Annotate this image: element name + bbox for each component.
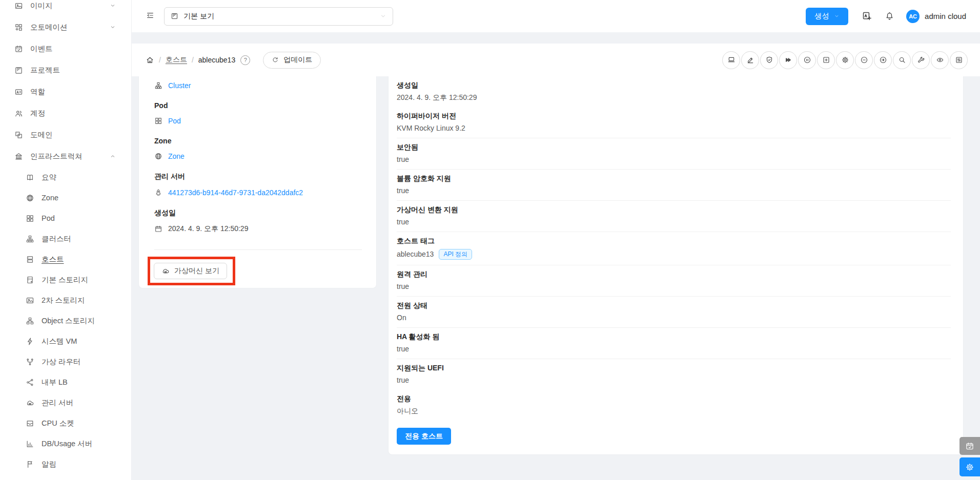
sidebar-item-virtual-router[interactable]: 가상 라우터 <box>0 351 131 372</box>
overview-value: 2024. 4. 9. 오후 12:50:29 <box>168 224 248 234</box>
tree-icon <box>26 317 34 325</box>
help-icon[interactable]: ? <box>240 55 250 65</box>
action-plus-square-button[interactable] <box>817 51 835 69</box>
sidebar-menu: 이미지오토메이션이벤트프로젝트역할계정도메인인프라스트럭쳐요약ZonePod클러… <box>0 0 131 474</box>
sidebar-item-label: 관리 서버 <box>42 398 123 408</box>
view-vms-button[interactable]: 가상머신 보기 <box>154 263 227 279</box>
overview-link[interactable]: Zone <box>168 152 185 160</box>
detail-label: 원격 관리 <box>397 270 951 279</box>
sidebar-item-label: 오토메이션 <box>30 23 110 32</box>
breadcrumb-link-hosts[interactable]: 호스트 <box>166 55 187 65</box>
detail-row: 전원 상태On <box>397 297 951 328</box>
action-sliders-button[interactable] <box>950 51 968 69</box>
search-icon <box>898 56 906 64</box>
sidebar-collapse-button[interactable] <box>145 11 155 22</box>
action-gear-button[interactable] <box>836 51 854 69</box>
sidebar-item-zone[interactable]: Zone <box>0 187 131 208</box>
sidebar-item-alerts[interactable]: 알림 <box>0 454 131 474</box>
annotation-highlight: 가상머신 보기 <box>148 257 235 285</box>
dedicate-host-button[interactable]: 전용 호스트 <box>397 428 451 445</box>
sidebar-item-infrastructure[interactable]: 인프라스트럭쳐 <box>0 145 131 167</box>
detail-value: On <box>397 314 406 322</box>
bolt-icon <box>26 337 34 346</box>
sidebar-item-management-server[interactable]: 관리 서버 <box>0 392 131 413</box>
overview-sections: ClusterPodPodZoneZone관리 서버441273d6-b914-… <box>154 80 362 234</box>
sidebar-item-label: 이벤트 <box>30 44 123 54</box>
home-icon[interactable] <box>146 56 154 65</box>
overview-row: 2024. 4. 9. 오후 12:50:29 <box>154 224 362 234</box>
action-eye-button[interactable] <box>931 51 949 69</box>
sidebar-item-internal-lb[interactable]: 내부 LB <box>0 372 131 392</box>
pause-circle-icon <box>803 56 811 64</box>
sidebar-item-summary[interactable]: 요약 <box>0 167 131 187</box>
events-float-button[interactable] <box>959 437 980 455</box>
notifications-button[interactable] <box>885 11 894 21</box>
view-select[interactable]: 기본 보기 <box>164 7 393 26</box>
overview-link[interactable]: Pod <box>168 117 181 125</box>
sidebar-item-label: 시스템 VM <box>42 337 123 346</box>
detail-value: 2024. 4. 9. 오후 12:50:29 <box>397 93 477 101</box>
sidebar-item-images[interactable]: 이미지 <box>0 0 131 16</box>
sidebar-item-domains[interactable]: 도메인 <box>0 124 131 145</box>
update-button[interactable]: 업데이트 <box>263 52 321 69</box>
update-button-label: 업데이트 <box>283 55 312 65</box>
sidebar-item-system-vm[interactable]: 시스템 VM <box>0 331 131 351</box>
detail-value: KVM Rocky Linux 9.2 <box>397 124 465 132</box>
menu-fold-icon <box>146 11 154 19</box>
topbar: 기본 보기 생성 AC admin cloud <box>132 0 980 32</box>
breadcrumb: / 호스트 / ablecube13 ? 업데이트 <box>146 52 321 69</box>
sidebar-item-roles[interactable]: 역할 <box>0 81 131 102</box>
sliders-icon <box>955 56 963 64</box>
translate-icon <box>862 11 872 22</box>
sidebar-item-cpu-socket[interactable]: CPU 소켓 <box>0 413 131 433</box>
overview-link[interactable]: 441273d6-b914-46d7-9731-da2042ddafc2 <box>168 189 303 197</box>
create-button[interactable]: 생성 <box>806 8 848 25</box>
breadcrumb-current: ablecube13 <box>198 56 235 64</box>
detail-value: true <box>397 155 409 163</box>
action-forward-button[interactable] <box>779 51 797 69</box>
avatar[interactable]: AC <box>906 10 920 23</box>
sidebar-item-events[interactable]: 이벤트 <box>0 38 131 59</box>
cloud-server-icon <box>161 267 170 275</box>
flag-icon <box>26 460 34 469</box>
arrow-circle-icon <box>879 56 887 64</box>
detail-row: 지원되는 UEFItrue <box>397 359 951 390</box>
action-shield-check-button[interactable] <box>760 51 778 69</box>
action-minus-circle-button[interactable] <box>855 51 873 69</box>
sidebar-item-object-storage[interactable]: Object 스토리지 <box>0 310 131 331</box>
overview-link[interactable]: Cluster <box>168 81 191 90</box>
sidebar-item-pod[interactable]: Pod <box>0 208 131 228</box>
sidebar-item-projects[interactable]: 프로젝트 <box>0 59 131 81</box>
detail-row: 가상머신 변환 지원true <box>397 201 951 232</box>
detail-label: 전원 상태 <box>397 301 951 310</box>
detail-label: 보안됨 <box>397 143 951 152</box>
plus-square-icon <box>822 56 830 64</box>
minus-circle-icon <box>860 56 868 64</box>
action-pause-circle-button[interactable] <box>798 51 816 69</box>
translate-button[interactable] <box>862 11 872 22</box>
sidebar-item-host[interactable]: 호스트 <box>0 249 131 269</box>
action-arrow-circle-button[interactable] <box>874 51 892 69</box>
sidebar-item-label: 내부 LB <box>42 378 123 387</box>
sidebar-item-label: 호스트 <box>42 255 123 264</box>
tag-badge: API 정의 <box>439 249 472 260</box>
sidebar-item-label: 2차 스토리지 <box>42 296 123 305</box>
sidebar-item-accounts[interactable]: 계정 <box>0 102 131 124</box>
picture-icon <box>14 2 23 10</box>
detail-row: 원격 관리true <box>397 265 951 297</box>
rocket-icon <box>154 189 162 197</box>
reload-icon <box>272 56 279 64</box>
action-laptop-button[interactable] <box>722 51 740 69</box>
grid-icon <box>154 117 162 125</box>
cluster-icon <box>154 81 162 90</box>
domain-icon <box>14 131 23 139</box>
action-wrench-button[interactable] <box>912 51 930 69</box>
sidebar-item-automation[interactable]: 오토메이션 <box>0 16 131 38</box>
sidebar-item-cluster[interactable]: 클러스터 <box>0 228 131 249</box>
settings-float-button[interactable] <box>959 457 980 476</box>
action-edit-button[interactable] <box>741 51 759 69</box>
sidebar-item-primary-storage[interactable]: 기본 스토리지 <box>0 269 131 290</box>
sidebar-item-secondary-storage[interactable]: 2차 스토리지 <box>0 290 131 310</box>
sidebar-item-db-usage[interactable]: DB/Usage 서버 <box>0 433 131 454</box>
action-search-button[interactable] <box>893 51 911 69</box>
